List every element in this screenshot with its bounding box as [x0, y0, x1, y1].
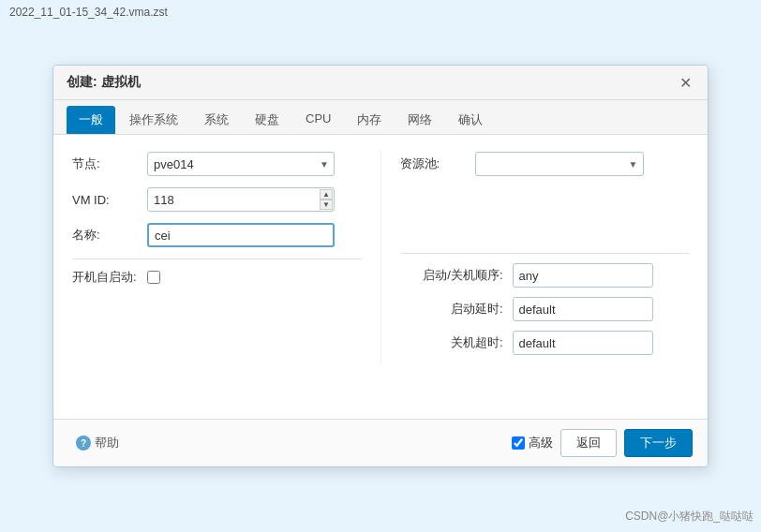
startup-order-label: 启动/关机顺序:	[400, 267, 513, 284]
dialog-header: 创建: 虚拟机 ✕	[53, 66, 708, 100]
advanced-check-label[interactable]: 高级	[512, 435, 553, 451]
footer-right: 高级 返回 下一步	[512, 429, 693, 457]
help-label: 帮助	[95, 435, 119, 451]
autostart-checkbox[interactable]	[147, 271, 160, 284]
startup-delay-input[interactable]	[513, 297, 653, 321]
shutdown-timeout-row: 关机超时:	[400, 331, 690, 355]
node-select-wrapper: pve014 ▼	[147, 152, 335, 176]
right-column: 资源池: ▼ 启动/关机顺序: 启动延时:	[380, 152, 690, 364]
advanced-label: 高级	[529, 435, 553, 451]
tab-general[interactable]: 一般	[67, 106, 115, 134]
close-button[interactable]: ✕	[676, 73, 694, 92]
tab-confirm[interactable]: 确认	[446, 106, 495, 134]
node-row: 节点: pve014 ▼	[72, 152, 362, 176]
autostart-label: 开机自启动:	[72, 269, 147, 286]
tab-os[interactable]: 操作系统	[117, 106, 190, 134]
vmid-down-button[interactable]: ▼	[320, 200, 333, 210]
tab-cpu[interactable]: CPU	[293, 106, 343, 134]
vmid-label: VM ID:	[72, 193, 147, 207]
next-button[interactable]: 下一步	[624, 429, 693, 457]
name-row: 名称:	[72, 223, 362, 247]
tab-disk[interactable]: 硬盘	[243, 106, 291, 134]
tab-memory[interactable]: 内存	[345, 106, 394, 134]
left-column: 节点: pve014 ▼ VM ID: ▲ ▼	[72, 152, 380, 364]
advanced-checkbox[interactable]	[512, 436, 525, 450]
vmid-row: VM ID: ▲ ▼	[72, 187, 362, 212]
startup-order-input[interactable]	[513, 263, 653, 288]
startup-delay-row: 启动延时:	[400, 297, 690, 321]
shutdown-timeout-input[interactable]	[513, 331, 653, 355]
vmid-input-wrapper: ▲ ▼	[147, 187, 335, 212]
vmid-input[interactable]	[147, 187, 335, 212]
startup-order-row: 启动/关机顺序:	[400, 263, 690, 288]
node-label: 节点:	[72, 155, 147, 172]
form-columns: 节点: pve014 ▼ VM ID: ▲ ▼	[72, 152, 689, 364]
name-input[interactable]	[147, 223, 335, 247]
divider-2	[400, 253, 690, 254]
dialog-title: 创建: 虚拟机	[67, 74, 141, 91]
resource-pool-label: 资源池:	[400, 155, 475, 172]
help-button[interactable]: ? 帮助	[68, 431, 127, 455]
tab-network[interactable]: 网络	[395, 106, 444, 134]
footer-left: ? 帮助	[68, 431, 127, 455]
startup-delay-label: 启动延时:	[400, 301, 513, 318]
divider-1	[72, 259, 362, 259]
vmid-spinners: ▲ ▼	[320, 189, 333, 210]
back-button[interactable]: 返回	[560, 429, 617, 457]
file-title: 2022_11_01-15_34_42.vma.zst	[9, 6, 168, 19]
help-icon: ?	[76, 436, 91, 451]
name-label: 名称:	[72, 227, 147, 244]
create-vm-dialog: 创建: 虚拟机 ✕ 一般 操作系统 系统 硬盘 CPU 内存 网络 确认 节点:…	[52, 65, 709, 467]
vmid-up-button[interactable]: ▲	[320, 189, 333, 200]
resource-pool-select[interactable]	[475, 152, 644, 176]
resource-pool-select-wrapper: ▼	[475, 152, 644, 176]
tab-system[interactable]: 系统	[192, 106, 241, 134]
autostart-row: 开机自启动:	[72, 269, 362, 286]
tab-bar: 一般 操作系统 系统 硬盘 CPU 内存 网络 确认	[53, 100, 708, 135]
dialog-body: 节点: pve014 ▼ VM ID: ▲ ▼	[53, 135, 708, 419]
dialog-footer: ? 帮助 高级 返回 下一步	[53, 419, 708, 466]
shutdown-timeout-label: 关机超时:	[400, 334, 513, 351]
resource-pool-row: 资源池: ▼	[400, 152, 690, 176]
node-select[interactable]: pve014	[147, 152, 335, 176]
watermark: CSDN@小猪快跑_哒哒哒	[625, 509, 754, 525]
